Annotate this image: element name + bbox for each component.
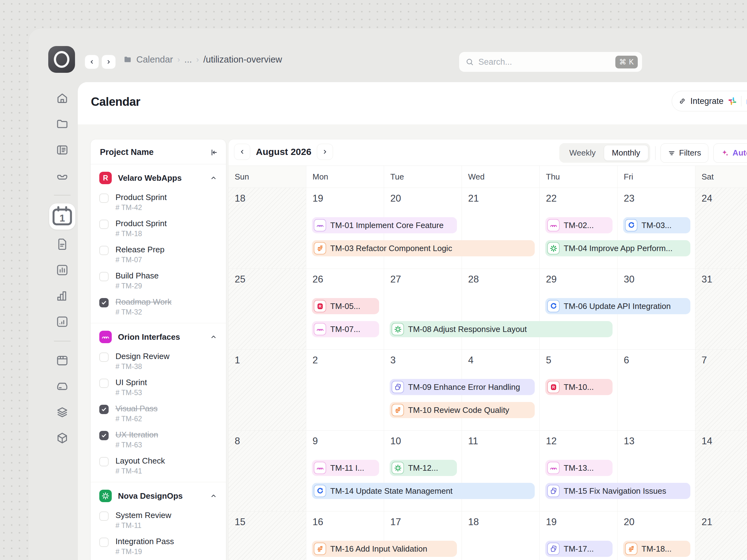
- event-pill[interactable]: TM-16 Add Input Validation: [312, 541, 457, 557]
- project-group-header[interactable]: Orion Interfaces: [91, 326, 226, 348]
- back-button[interactable]: [85, 55, 99, 69]
- event-pill[interactable]: TM-11 I...: [312, 460, 379, 476]
- event-pill[interactable]: TM-03...: [623, 217, 690, 233]
- event-pill[interactable]: TM-01 Implement Core Feature: [312, 217, 457, 233]
- chevron-up-icon[interactable]: [210, 492, 217, 500]
- task-item[interactable]: Build Phase# TM-29: [91, 268, 226, 294]
- day-cell[interactable]: 28: [462, 269, 540, 350]
- day-cell[interactable]: 14: [695, 431, 747, 511]
- checkbox-unchecked[interactable]: [99, 246, 109, 255]
- task-item[interactable]: Release Prep# TM-07: [91, 241, 226, 268]
- task-item[interactable]: Product Sprint# TM-18: [91, 215, 226, 241]
- event-pill[interactable]: TM-12...: [390, 460, 457, 476]
- day-cell[interactable]: 21: [462, 188, 540, 269]
- task-item[interactable]: Roadmap Work# TM-32: [91, 294, 226, 320]
- bar-chart-box-icon[interactable]: [55, 263, 69, 277]
- day-cell[interactable]: 11: [462, 431, 540, 511]
- layers-stack-icon[interactable]: [55, 405, 69, 419]
- day-cell[interactable]: 7: [695, 350, 747, 431]
- browser-window-icon[interactable]: [55, 354, 69, 367]
- event-pill[interactable]: TM-18...: [623, 541, 690, 557]
- task-item[interactable]: Visual Pass# TM-62: [91, 400, 226, 427]
- day-cell[interactable]: 18: [462, 511, 540, 560]
- task-title: Visual Pass: [115, 404, 157, 414]
- task-item[interactable]: Product Sprint# TM-42: [91, 189, 226, 215]
- sidebar-item-calendar-active[interactable]: 1: [49, 204, 75, 230]
- event-pill[interactable]: TM-03 Refactor Component Logic: [312, 240, 535, 256]
- day-cell[interactable]: 27: [384, 269, 462, 350]
- checkbox-checked[interactable]: [99, 431, 109, 440]
- collapse-panel-icon[interactable]: [210, 149, 218, 157]
- gmail-icon[interactable]: [745, 97, 747, 105]
- day-cell[interactable]: 15: [229, 511, 306, 560]
- inbox-tray-icon[interactable]: [55, 169, 69, 183]
- event-pill[interactable]: TM-13...: [545, 460, 613, 476]
- breadcrumb-ellipsis[interactable]: ...: [184, 54, 192, 65]
- task-item[interactable]: UX Iteration# TM-63: [91, 427, 226, 453]
- checkbox-unchecked[interactable]: [99, 511, 109, 521]
- prev-month-button[interactable]: [234, 144, 250, 160]
- app-logo[interactable]: [48, 46, 75, 73]
- layers-icon: [547, 542, 560, 555]
- tab-weekly[interactable]: Weekly: [561, 145, 604, 161]
- day-cell[interactable]: 8: [229, 431, 306, 511]
- next-month-button[interactable]: [317, 144, 333, 160]
- task-item[interactable]: Integration Pass# TM-19: [91, 533, 226, 559]
- day-cell[interactable]: 6: [618, 350, 695, 431]
- event-pill[interactable]: RTM-05...: [312, 298, 379, 314]
- folder-nav-icon[interactable]: [55, 117, 69, 131]
- event-pill[interactable]: TM-07...: [312, 321, 379, 337]
- checkbox-unchecked[interactable]: [99, 457, 109, 466]
- checkbox-unchecked[interactable]: [99, 272, 109, 281]
- checkbox-unchecked[interactable]: [99, 220, 109, 229]
- tab-monthly[interactable]: Monthly: [604, 145, 648, 161]
- event-pill[interactable]: TM-04 Improve App Perform...: [545, 240, 690, 256]
- chevron-up-icon[interactable]: [210, 174, 217, 182]
- drive-icon[interactable]: [55, 379, 69, 393]
- day-cell[interactable]: 24: [695, 188, 747, 269]
- day-cell[interactable]: 13: [618, 431, 695, 511]
- checkbox-unchecked[interactable]: [99, 538, 109, 547]
- checkbox-checked[interactable]: [99, 405, 109, 414]
- event-pill[interactable]: TM-10 Review Code Quality: [390, 402, 535, 418]
- project-group-header[interactable]: RVelaro WebApps: [91, 167, 226, 189]
- event-pill[interactable]: TM-15 Fix Navigation Issues: [545, 483, 690, 499]
- chevron-up-icon[interactable]: [210, 333, 217, 341]
- project-sidebar-title: Project Name: [100, 148, 154, 157]
- day-cell[interactable]: 25: [229, 269, 306, 350]
- day-cell[interactable]: 18: [229, 188, 306, 269]
- home-icon[interactable]: [55, 91, 69, 105]
- task-item[interactable]: Design Review# TM-38: [91, 348, 226, 374]
- column-chart-icon[interactable]: [55, 289, 69, 303]
- automate-button[interactable]: Automate: [713, 143, 747, 163]
- day-cell[interactable]: 2: [306, 350, 384, 431]
- reader-icon[interactable]: [55, 143, 69, 157]
- day-cell[interactable]: 1: [229, 350, 306, 431]
- event-pill[interactable]: TM-06 Update API Integration: [545, 298, 690, 314]
- document-icon[interactable]: [55, 237, 69, 251]
- event-pill[interactable]: TM-14 Update State Management: [312, 483, 535, 499]
- event-pill[interactable]: TM-09 Enhance Error Handling: [390, 379, 535, 395]
- forward-button[interactable]: [101, 55, 116, 69]
- checkbox-unchecked[interactable]: [99, 193, 109, 203]
- event-pill[interactable]: TM-08 Adjust Responsive Layout: [390, 321, 613, 337]
- task-item[interactable]: System Review# TM-11: [91, 507, 226, 533]
- date-number: 31: [701, 274, 712, 285]
- checkbox-unchecked[interactable]: [99, 379, 109, 388]
- task-item[interactable]: UI Sprint# TM-53: [91, 374, 226, 400]
- checkbox-checked[interactable]: [99, 298, 109, 308]
- breadcrumb-root[interactable]: Calendar: [136, 54, 173, 65]
- day-cell[interactable]: 21: [695, 511, 747, 560]
- integrate-button[interactable]: Integrate: [672, 91, 747, 111]
- event-pill[interactable]: TM-17...: [545, 541, 613, 557]
- event-pill[interactable]: TM-02...: [545, 217, 613, 233]
- search-input[interactable]: Search... ⌘ K: [459, 52, 642, 72]
- filters-button[interactable]: Filters: [661, 143, 709, 163]
- analytics-box-icon[interactable]: [55, 315, 69, 328]
- task-item[interactable]: Layout Check# TM-41: [91, 453, 226, 479]
- event-pill[interactable]: RTM-10...: [545, 379, 613, 395]
- cube-icon[interactable]: [55, 431, 69, 445]
- day-cell[interactable]: 31: [695, 269, 747, 350]
- project-group-header[interactable]: Nova DesignOps: [91, 485, 226, 507]
- checkbox-unchecked[interactable]: [99, 352, 109, 362]
